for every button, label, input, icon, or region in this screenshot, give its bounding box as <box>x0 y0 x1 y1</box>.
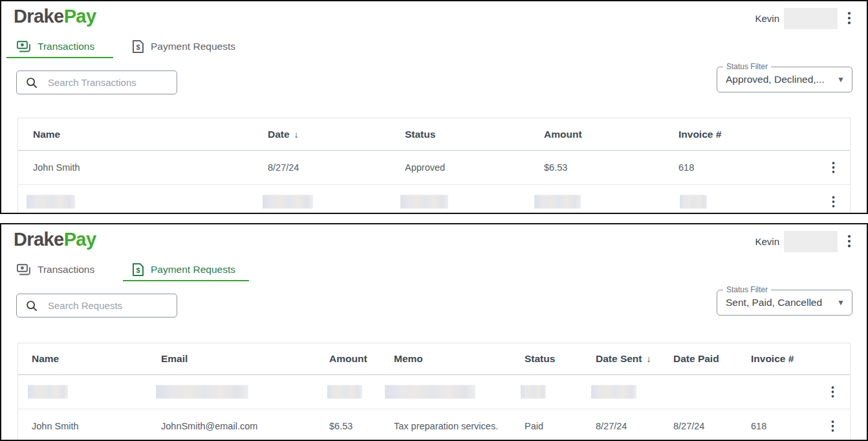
dollar-document-icon: $ <box>133 263 144 276</box>
status-filter-label: Status Filter <box>723 62 771 71</box>
cell-email: JohnSmith@email.com <box>161 421 329 431</box>
svg-text:$: $ <box>136 43 140 51</box>
redacted-cell-date-sent <box>591 385 636 399</box>
cell-date-sent: 8/27/24 <box>596 421 673 431</box>
column-header-status[interactable]: Status <box>525 353 596 365</box>
column-header-invoice[interactable]: Invoice # <box>678 129 795 140</box>
user-area: Kevin <box>755 7 854 29</box>
payment-requests-table: Name Email Amount Memo Status Date Sent↓… <box>17 343 851 441</box>
tab-transactions-label: Transactions <box>38 41 94 52</box>
transactions-table: Name Date↓ Status Amount Invoice # John … <box>17 118 851 214</box>
cell-name: John Smith <box>33 162 268 173</box>
kebab-menu-icon <box>831 420 834 432</box>
redacted-cell-invoice <box>680 195 707 209</box>
search-transactions-input[interactable] <box>47 76 170 89</box>
cell-status: Paid <box>525 421 596 431</box>
user-name: Kevin <box>755 13 779 24</box>
status-filter-dropdown[interactable]: Status Filter Sent, Paid, Cancelled ▼ <box>717 290 852 316</box>
sort-down-icon: ↓ <box>647 354 651 364</box>
tab-transactions[interactable]: Transactions <box>6 259 113 281</box>
redacted-user-lastname <box>784 8 838 29</box>
svg-text:$: $ <box>136 266 140 274</box>
search-icon <box>26 77 38 89</box>
search-transactions-box <box>16 70 177 94</box>
payment-requests-window: DrakePay Kevin Transactions $ Payment Re… <box>0 223 868 441</box>
column-header-amount[interactable]: Amount <box>329 353 394 365</box>
column-header-status[interactable]: Status <box>405 129 544 140</box>
redacted-cell-memo <box>385 385 475 399</box>
row-kebab-menu-button[interactable] <box>816 193 850 210</box>
tab-bar: Transactions $ Payment Requests <box>6 36 249 58</box>
redacted-cell-name <box>27 195 75 209</box>
redacted-cell-amount <box>327 385 362 399</box>
kebab-menu-icon <box>832 196 835 208</box>
redacted-cell-name <box>28 385 68 399</box>
row-kebab-menu-button[interactable] <box>816 159 850 176</box>
table-row-redacted <box>18 185 850 214</box>
sort-down-icon: ↓ <box>294 129 299 140</box>
redacted-user-lastname <box>784 231 838 252</box>
banknote-icon <box>17 264 30 275</box>
drakepay-logo: DrakePay <box>14 229 96 250</box>
table-row: John Smith 8/27/24 Approved $6.53 618 <box>18 151 850 185</box>
tab-payment-requests-label: Payment Requests <box>151 264 235 275</box>
redacted-cell-email <box>156 385 248 399</box>
logo-drake: Drake <box>14 6 64 27</box>
account-kebab-menu-button[interactable] <box>845 233 854 249</box>
column-header-memo[interactable]: Memo <box>394 353 525 365</box>
tab-payment-requests-label: Payment Requests <box>151 41 235 52</box>
search-requests-input[interactable] <box>47 299 170 312</box>
column-header-amount[interactable]: Amount <box>544 129 678 140</box>
logo-pay: Pay <box>64 229 96 250</box>
kebab-menu-icon <box>832 162 835 173</box>
tab-payment-requests[interactable]: $ Payment Requests <box>123 36 249 58</box>
redacted-cell-status <box>521 385 546 399</box>
redacted-cell-status <box>400 195 448 209</box>
banknote-icon <box>17 41 30 52</box>
status-filter-value: Sent, Paid, Cancelled <box>726 297 833 308</box>
column-header-email[interactable]: Email <box>161 353 329 365</box>
column-header-invoice[interactable]: Invoice # <box>751 353 816 365</box>
table-row: John Smith JohnSmith@email.com $6.53 Tax… <box>18 409 850 441</box>
column-header-date-sent[interactable]: Date Sent↓ <box>596 353 673 365</box>
status-filter-value: Approved, Declined,... <box>726 74 833 85</box>
cell-name: John Smith <box>32 421 161 431</box>
column-header-date[interactable]: Date↓ <box>268 129 405 140</box>
transactions-table-header: Name Date↓ Status Amount Invoice # <box>18 118 850 151</box>
kebab-menu-icon <box>847 12 851 25</box>
cell-status: Approved <box>405 162 544 173</box>
logo-pay: Pay <box>64 6 96 27</box>
account-kebab-menu-button[interactable] <box>845 10 854 26</box>
tab-payment-requests[interactable]: $ Payment Requests <box>123 259 249 281</box>
row-kebab-menu-button[interactable] <box>816 418 850 435</box>
search-icon <box>26 300 38 312</box>
cell-memo: Tax preparation services. <box>394 421 525 431</box>
user-area: Kevin <box>755 230 854 252</box>
row-kebab-menu-button[interactable] <box>816 383 850 400</box>
transactions-window: DrakePay Kevin Transactions $ Payment Re… <box>0 0 868 214</box>
user-name: Kevin <box>755 236 779 247</box>
cell-date: 8/27/24 <box>268 162 405 173</box>
column-header-name[interactable]: Name <box>33 129 268 140</box>
cell-amount: $6.53 <box>329 421 394 431</box>
drakepay-logo: DrakePay <box>14 6 96 27</box>
tab-bar: Transactions $ Payment Requests <box>6 259 249 281</box>
dollar-document-icon: $ <box>133 40 144 53</box>
kebab-menu-icon <box>831 386 834 398</box>
column-header-date-paid[interactable]: Date Paid <box>673 353 751 365</box>
kebab-menu-icon <box>847 235 851 248</box>
logo-drake: Drake <box>14 229 64 250</box>
tab-transactions[interactable]: Transactions <box>6 36 113 58</box>
cell-invoice: 618 <box>751 421 816 431</box>
status-filter-dropdown[interactable]: Status Filter Approved, Declined,... ▼ <box>717 67 852 92</box>
column-header-name[interactable]: Name <box>32 353 161 365</box>
dropdown-caret-icon: ▼ <box>837 298 845 307</box>
cell-amount: $6.53 <box>544 162 678 173</box>
dropdown-caret-icon: ▼ <box>837 75 845 84</box>
tab-transactions-label: Transactions <box>38 264 94 275</box>
search-requests-box <box>16 294 177 317</box>
payment-requests-table-header: Name Email Amount Memo Status Date Sent↓… <box>18 343 850 375</box>
status-filter-label: Status Filter <box>723 285 771 294</box>
cell-date-paid: 8/27/24 <box>673 421 751 431</box>
table-row-redacted <box>18 375 850 409</box>
